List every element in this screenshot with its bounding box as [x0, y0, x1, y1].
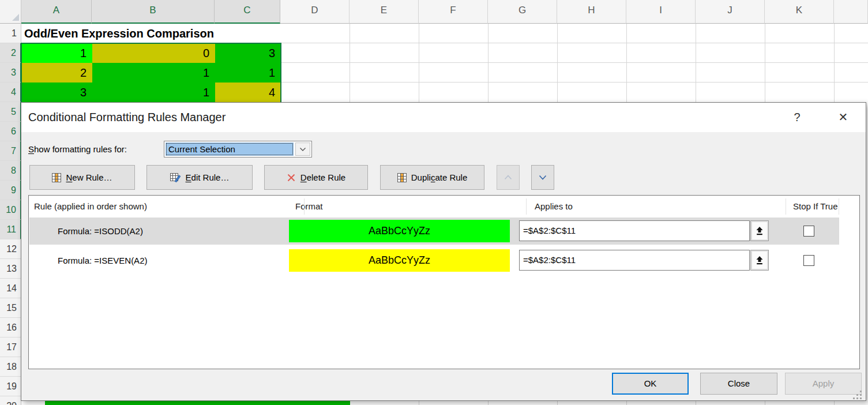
duplicate-rule-label: Duplicate Rule [411, 172, 468, 182]
column-header-partial[interactable] [834, 0, 868, 24]
chevron-down-icon [299, 147, 306, 152]
column-header-J[interactable]: J [696, 0, 765, 24]
conditional-formatting-rules-manager-dialog: Conditional Formatting Rules Manager ? ✕… [21, 102, 866, 401]
column-separator [526, 198, 527, 215]
delete-rule-button[interactable]: Delete Rule [264, 165, 368, 190]
row-header-11[interactable]: 11 [0, 220, 21, 239]
gridline [488, 401, 489, 405]
collapse-dialog-button[interactable] [750, 250, 769, 271]
column-header-B[interactable]: B [92, 0, 215, 24]
row-header-4[interactable]: 4 [0, 82, 21, 102]
cell-B2[interactable]: 0 [92, 43, 215, 63]
row-header-13[interactable]: 13 [0, 259, 21, 279]
column-header-H[interactable]: H [557, 0, 626, 24]
stop-if-true-checkbox[interactable] [803, 255, 814, 266]
move-rule-up-button[interactable] [497, 165, 520, 190]
row-header-14[interactable]: 14 [0, 279, 21, 298]
row-header-2[interactable]: 2 [0, 43, 21, 63]
format-preview: AaBbCcYyZz [289, 220, 510, 242]
help-icon[interactable]: ? [787, 108, 807, 127]
scope-dropdown[interactable]: Current Selection [164, 141, 312, 158]
applies-to-input[interactable]: =$A$2:$C$11 [519, 250, 750, 271]
cell-B3[interactable]: 1 [92, 63, 215, 82]
edit-rule-button[interactable]: Edit Rule… [146, 165, 253, 190]
cell-C2[interactable]: 3 [215, 43, 281, 63]
gridline [765, 401, 765, 405]
cell-B4[interactable]: 1 [92, 82, 215, 102]
row-header-10[interactable]: 10 [0, 200, 21, 220]
row-header-16[interactable]: 16 [0, 318, 21, 337]
rules-list: Rule (applied in order shown) Format App… [28, 195, 860, 369]
new-rule-button[interactable]: New Rule… [29, 165, 135, 190]
stop-if-true-checkbox[interactable] [803, 226, 814, 237]
cell-A2[interactable]: 1 [21, 43, 92, 63]
collapse-dialog-button[interactable] [750, 220, 769, 241]
column-header-K[interactable]: K [765, 0, 834, 24]
ok-button[interactable]: OK [612, 373, 689, 395]
row-header-12[interactable]: 12 [0, 239, 21, 259]
gridline [557, 401, 558, 405]
row-header-9[interactable]: 9 [0, 181, 21, 200]
row-header-6[interactable]: 6 [0, 122, 21, 141]
gridline [834, 24, 835, 102]
chevron-down-icon [539, 175, 547, 180]
dialog-title: Conditional Formatting Rules Manager [28, 103, 226, 132]
cell-A3[interactable]: 2 [21, 63, 92, 82]
dialog-titlebar[interactable]: Conditional Formatting Rules Manager ? ✕ [21, 103, 866, 132]
row-header-7[interactable]: 7 [0, 141, 21, 161]
gridline [419, 24, 419, 102]
rule-description: Formula: =ISODD(A2) [58, 217, 143, 245]
column-header-C[interactable]: C [215, 0, 280, 24]
row-header-19[interactable]: 19 [0, 377, 21, 396]
rule-description: Formula: =ISEVEN(A2) [58, 247, 147, 274]
column-headers: ABCDEFGHIJK [21, 0, 868, 24]
applies-to-input[interactable]: =$A$2:$C$11 [519, 220, 750, 241]
row-header-3[interactable]: 3 [0, 63, 21, 82]
cell-C3[interactable]: 1 [215, 63, 281, 82]
col-header-stop: Stop If True [793, 196, 838, 217]
rule-row-isodd[interactable]: Formula: =ISODD(A2) AaBbCcYyZz =$A$2:$C$… [29, 217, 839, 245]
row-header-8[interactable]: 8 [0, 161, 21, 181]
move-rule-down-button[interactable] [531, 165, 554, 190]
column-header-I[interactable]: I [626, 0, 696, 24]
gridline [280, 62, 868, 63]
gridline [626, 401, 627, 405]
column-header-G[interactable]: G [488, 0, 557, 24]
cell-C4[interactable]: 4 [215, 82, 281, 102]
gridline [280, 82, 868, 82]
gridline [696, 401, 696, 405]
cell-A4[interactable]: 3 [21, 82, 92, 102]
row-header-18[interactable]: 18 [0, 357, 21, 377]
row20-clipped-cells [45, 401, 350, 405]
row-header-20[interactable]: 20 [0, 396, 21, 405]
close-icon[interactable]: ✕ [833, 108, 853, 127]
close-button[interactable]: Close [700, 373, 777, 395]
row-header-17[interactable]: 17 [0, 337, 21, 357]
rule-row-iseven[interactable]: Formula: =ISEVEN(A2) AaBbCcYyZz =$A$2:$C… [29, 247, 839, 274]
edit-rule-label: Edit Rule… [186, 172, 230, 182]
gridline [626, 24, 627, 102]
column-header-E[interactable]: E [350, 0, 419, 24]
table-grid-icon [52, 173, 61, 182]
gridline [419, 401, 419, 405]
gridline [350, 24, 350, 102]
column-header-F[interactable]: F [419, 0, 488, 24]
scope-dropdown-value: Current Selection [166, 142, 294, 156]
gridline [834, 401, 835, 405]
collapse-range-icon [756, 226, 764, 235]
show-formatting-rules-label: Show formatting rules for: [28, 141, 127, 158]
row-header-15[interactable]: 15 [0, 298, 21, 318]
column-header-D[interactable]: D [280, 0, 350, 24]
column-header-A[interactable]: A [21, 0, 92, 24]
duplicate-rule-button[interactable]: Duplicate Rule [380, 165, 484, 190]
apply-button[interactable]: Apply [785, 373, 862, 395]
column-separator [786, 198, 786, 215]
row-header-1[interactable]: 1 [0, 24, 21, 43]
gridline [696, 24, 696, 102]
resize-grip[interactable] [852, 390, 863, 403]
gridline [765, 24, 765, 102]
select-all-cell[interactable] [0, 0, 21, 24]
cell-A1-title[interactable]: Odd/Even Expression Comparison [21, 24, 281, 43]
dropdown-arrow-button[interactable] [295, 142, 310, 156]
row-header-5[interactable]: 5 [0, 102, 21, 122]
